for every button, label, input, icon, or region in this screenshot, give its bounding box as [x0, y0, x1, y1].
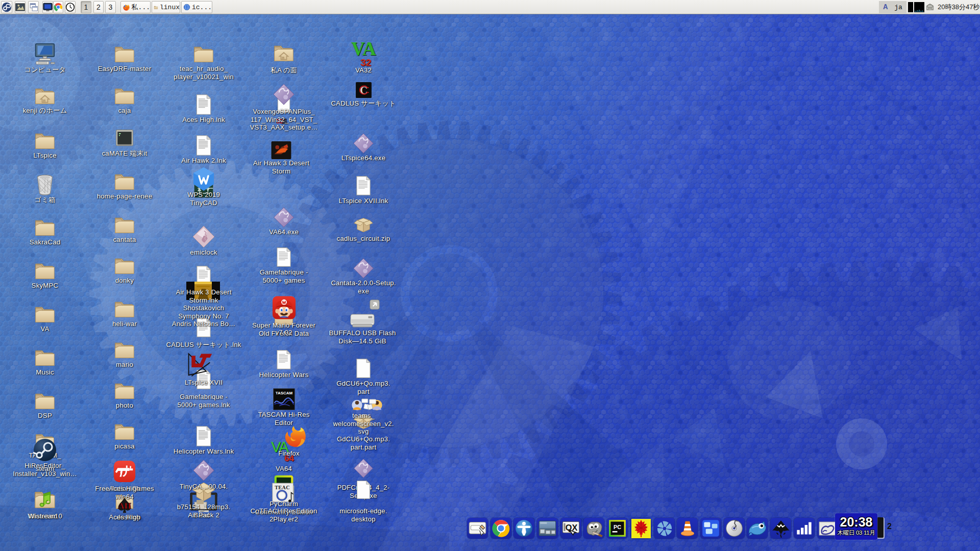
svg-text:PC: PC [614, 524, 621, 530]
